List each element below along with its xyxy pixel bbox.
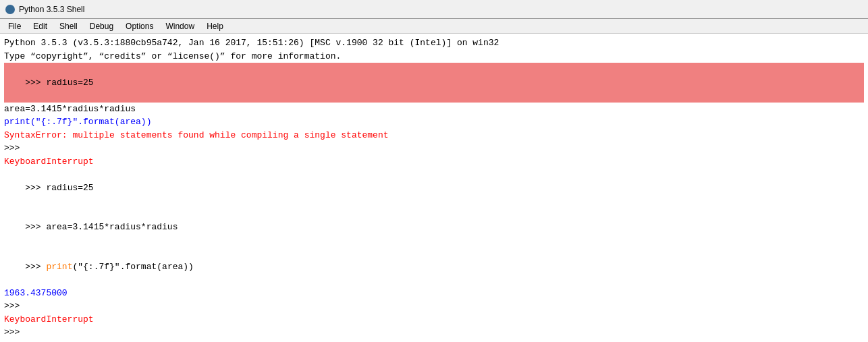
menu-help[interactable]: Help bbox=[201, 20, 229, 32]
code-area-2: area=3.1415*radius*radius bbox=[46, 222, 178, 232]
prompt-1: >>> bbox=[25, 78, 46, 88]
menu-window[interactable]: Window bbox=[160, 20, 200, 32]
python-icon bbox=[5, 5, 15, 14]
shell-area[interactable]: Python 3.5.3 (v3.5.3:1880cb95a742, Jan 1… bbox=[0, 34, 868, 342]
prompt-line-7[interactable]: >>> bbox=[4, 326, 864, 339]
menu-edit[interactable]: Edit bbox=[28, 20, 53, 32]
prompt-line-6: >>> bbox=[4, 300, 864, 313]
prompt-3: >>> bbox=[25, 183, 46, 193]
prompt-line-5: >>> print("{:.7f}".format(area)) bbox=[4, 247, 864, 287]
menu-shell[interactable]: Shell bbox=[54, 20, 83, 32]
info-line-1: Python 3.5.3 (v3.5.3:1880cb95a742, Jan 1… bbox=[4, 36, 864, 50]
keyboard-interrupt-2: KeyboardInterrupt bbox=[4, 313, 864, 326]
keyboard-interrupt-1: KeyboardInterrupt bbox=[4, 155, 864, 169]
prompt-4: >>> bbox=[25, 222, 46, 232]
title-bar: Python 3.5.3 Shell bbox=[0, 0, 868, 19]
code-print-keyword-2: print bbox=[46, 262, 72, 272]
syntax-error-line: SyntaxError: multiple statements found w… bbox=[4, 129, 864, 142]
menu-debug[interactable]: Debug bbox=[84, 20, 119, 32]
menu-options[interactable]: Options bbox=[120, 20, 159, 32]
code-radius-1: radius=25 bbox=[46, 78, 93, 88]
menu-bar: File Edit Shell Debug Options Window Hel… bbox=[0, 19, 868, 34]
prompt-line-4: >>> area=3.1415*radius*radius bbox=[4, 208, 864, 248]
code-area-line: area=3.1415*radius*radius bbox=[4, 103, 864, 116]
menu-file[interactable]: File bbox=[3, 20, 26, 32]
code-print-rest-1: ("{:.7f}".format(area)) bbox=[30, 117, 151, 127]
code-print-keyword-1: print bbox=[4, 117, 30, 127]
code-print-line-1: print("{:.7f}".format(area)) bbox=[4, 115, 864, 129]
code-radius-2: radius=25 bbox=[46, 183, 93, 193]
code-print-rest-2: ("{:.7f}".format(area)) bbox=[72, 262, 193, 272]
info-line-2: Type “copyright”, “credits” or “license(… bbox=[4, 50, 864, 63]
output-line: 1963.4375000 bbox=[4, 287, 864, 300]
prompt-line-3: >>> radius=25 bbox=[4, 168, 864, 208]
prompt-5: >>> bbox=[25, 262, 46, 272]
prompt-line-2: >>> bbox=[4, 142, 864, 155]
title-bar-text: Python 3.5.3 Shell bbox=[19, 5, 84, 14]
prompt-line-1[interactable]: >>> radius=25 bbox=[4, 63, 864, 103]
